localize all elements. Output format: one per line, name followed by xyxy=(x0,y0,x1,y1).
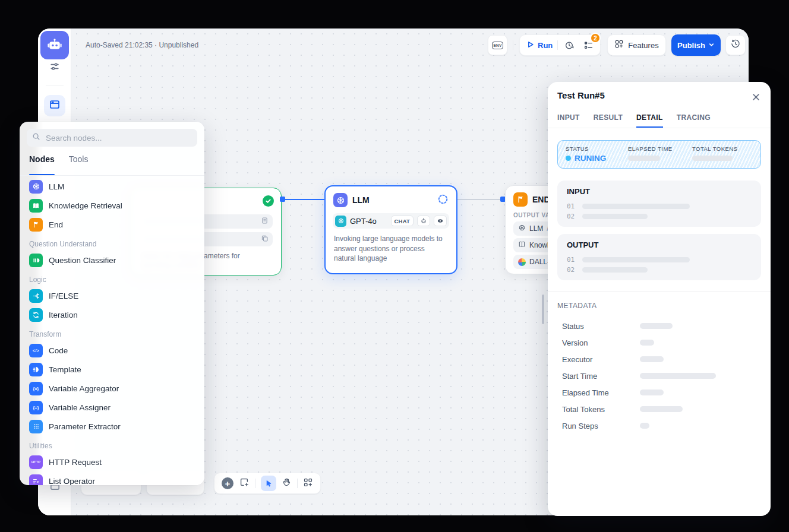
node-menu-item-template[interactable]: Template xyxy=(23,360,201,379)
add-node-icon[interactable]: + xyxy=(222,477,233,489)
organize-icon[interactable] xyxy=(303,477,313,490)
copy-icon xyxy=(261,234,269,245)
tab-tools[interactable]: Tools xyxy=(69,154,89,170)
search-input[interactable] xyxy=(45,133,192,143)
robot-icon xyxy=(46,35,64,55)
node-menu-item-question-classifier[interactable]: Question Classifier xyxy=(23,251,201,270)
question-classifier-icon xyxy=(29,254,43,267)
tab-detail[interactable]: DETAIL xyxy=(636,113,663,122)
metadata-label: Start Time xyxy=(562,372,597,381)
model-selector[interactable]: GPT-4o CHAT xyxy=(333,213,449,229)
scrollbar-thumb[interactable] xyxy=(542,294,544,324)
spinner-icon xyxy=(437,194,449,207)
llm-node-description: Invoking large language models to answer… xyxy=(326,229,456,264)
llm-node[interactable]: LLM GPT-4o CHAT Invoking large language … xyxy=(324,185,457,274)
chevron-down-icon xyxy=(708,40,715,50)
skeleton-bar xyxy=(582,257,690,262)
tab-nodes[interactable]: Nodes xyxy=(29,154,55,170)
parameter-extractor-icon xyxy=(29,420,43,433)
skeleton-bar xyxy=(640,356,664,362)
line-number: 01 xyxy=(567,256,575,264)
autosave-status: Auto-Saved 21:02:35 · Unpublished xyxy=(86,41,198,49)
metadata-label: Run Steps xyxy=(562,422,598,430)
metadata-label: Version xyxy=(562,338,588,347)
metadata-title: METADATA xyxy=(557,302,597,310)
llm-icon xyxy=(29,180,43,194)
dalle-icon xyxy=(518,258,526,266)
llm-node-title: LLM xyxy=(352,195,433,205)
hand-tool-icon[interactable] xyxy=(282,477,292,490)
node-menu-item-code[interactable]: </> Code xyxy=(23,341,201,360)
sidebar-item-settings[interactable] xyxy=(45,58,64,77)
variable-aggregator-icon: {x} xyxy=(29,382,43,395)
add-note-icon[interactable] xyxy=(239,477,250,490)
node-menu-item-knowledge-retrieval[interactable]: Knowledge Retrieval xyxy=(23,196,201,215)
output-card: OUTPUT 01 02 xyxy=(557,234,761,280)
status-value: RUNING xyxy=(566,154,606,163)
node-menu-item-list-operator[interactable]: List Operator xyxy=(23,471,201,485)
line-number: 01 xyxy=(567,202,575,210)
canvas-toolbar: + xyxy=(214,473,321,494)
node-menu-item-end[interactable]: End xyxy=(23,215,201,234)
iteration-icon xyxy=(29,308,43,322)
skeleton-bar xyxy=(692,156,733,161)
node-menu-item-http-request[interactable]: HTTP HTTP Request xyxy=(23,452,201,471)
features-label: Features xyxy=(628,41,658,50)
tab-result[interactable]: RESULT xyxy=(594,113,623,122)
status-card: STATUS RUNING ELAPSED TIME TOTAL TOKENS xyxy=(557,140,761,169)
vision-eye-badge xyxy=(434,216,447,226)
pointer-tool-active[interactable] xyxy=(261,476,276,491)
llm-icon xyxy=(333,193,348,207)
node-menu-item-iteration[interactable]: Iteration xyxy=(23,305,201,324)
run-panel-tabs: INPUT RESULT DETAIL TRACING xyxy=(557,113,711,122)
toolbar-divider xyxy=(297,479,298,488)
line-number: 02 xyxy=(567,213,575,220)
window-icon xyxy=(49,99,61,113)
node-menu-section: Question Understand xyxy=(20,234,204,251)
node-menu-item-llm[interactable]: LLM xyxy=(23,177,201,196)
status-label: STATUS xyxy=(566,145,589,152)
http-request-icon: HTTP xyxy=(29,455,43,469)
node-search-panel: Nodes Tools LLM Knowledge Retrieval End … xyxy=(20,122,204,485)
if-else-icon xyxy=(29,289,43,303)
features-button[interactable]: Features xyxy=(607,34,666,56)
skeleton-bar xyxy=(640,323,673,329)
model-name: GPT-4o xyxy=(350,217,387,226)
publish-button[interactable]: Publish xyxy=(671,34,721,56)
node-menu-section: Logic xyxy=(20,270,204,286)
app-logo[interactable] xyxy=(40,31,69,59)
version-history-button[interactable] xyxy=(725,35,746,55)
knowledge-icon xyxy=(29,199,43,213)
code-icon: </> xyxy=(29,344,43,357)
node-menu-item-variable-assigner[interactable]: {=} Variable Assigner xyxy=(23,398,201,417)
publish-label: Publish xyxy=(677,41,705,50)
node-menu-item-if-else[interactable]: IF/ELSE xyxy=(23,286,201,305)
run-group-divider xyxy=(557,40,558,50)
template-icon xyxy=(29,363,43,376)
tab-tracing[interactable]: TRACING xyxy=(677,113,711,122)
node-menu-section: Transform xyxy=(20,324,204,341)
running-dot-icon xyxy=(566,156,571,161)
edge-llm-end xyxy=(457,200,505,201)
line-number: 02 xyxy=(567,266,575,274)
node-menu-item-parameter-extractor[interactable]: Parameter Extractor xyxy=(23,417,201,436)
notification-badge: 2 xyxy=(590,33,601,43)
edge-start-llm xyxy=(284,199,324,201)
metadata-list: Status Version Executor Start Time Elaps… xyxy=(562,321,761,437)
run-history-icon[interactable] xyxy=(563,38,576,52)
toolbar-divider xyxy=(255,479,255,488)
document-icon xyxy=(261,216,269,227)
elapsed-time-label: ELAPSED TIME xyxy=(628,145,673,152)
node-menu-item-variable-aggregator[interactable]: {x} Variable Aggregator xyxy=(23,379,201,398)
skeleton-bar xyxy=(640,373,716,379)
skeleton-bar xyxy=(640,340,654,346)
close-icon[interactable] xyxy=(748,89,763,104)
run-button[interactable]: Run xyxy=(527,40,553,50)
metadata-label: Executor xyxy=(562,355,592,364)
tab-input[interactable]: INPUT xyxy=(557,113,580,122)
env-button[interactable]: ENV xyxy=(488,35,507,55)
checklist-icon[interactable]: 2 xyxy=(582,38,595,52)
search-box[interactable] xyxy=(27,129,197,147)
sidebar-item-workflow[interactable] xyxy=(44,95,65,116)
agent-badge xyxy=(417,216,430,226)
